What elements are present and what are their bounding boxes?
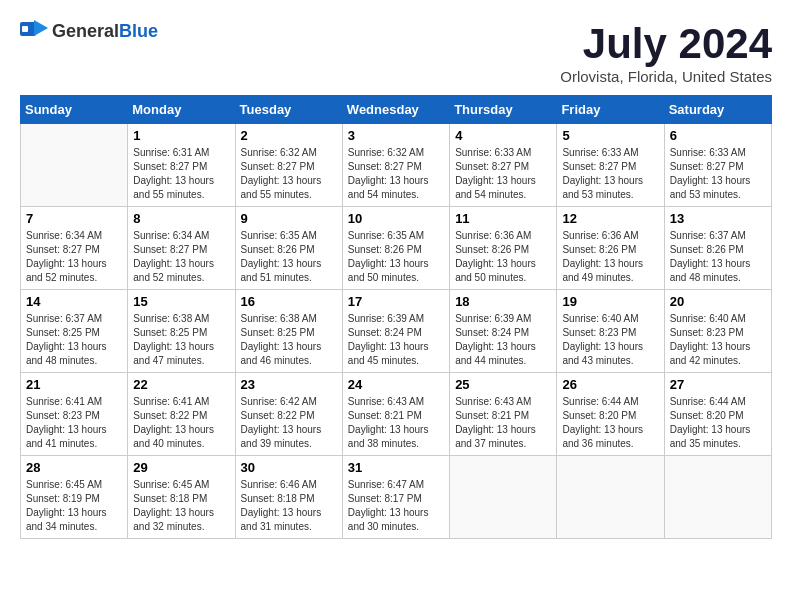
day-info: Sunrise: 6:34 AM Sunset: 8:27 PM Dayligh… <box>133 229 229 285</box>
day-info: Sunrise: 6:36 AM Sunset: 8:26 PM Dayligh… <box>562 229 658 285</box>
calendar-cell: 29Sunrise: 6:45 AM Sunset: 8:18 PM Dayli… <box>128 456 235 539</box>
calendar-cell: 13Sunrise: 6:37 AM Sunset: 8:26 PM Dayli… <box>664 207 771 290</box>
calendar-cell: 7Sunrise: 6:34 AM Sunset: 8:27 PM Daylig… <box>21 207 128 290</box>
day-number: 8 <box>133 211 229 226</box>
day-number: 27 <box>670 377 766 392</box>
logo-general: General <box>52 21 119 41</box>
calendar-cell: 12Sunrise: 6:36 AM Sunset: 8:26 PM Dayli… <box>557 207 664 290</box>
calendar-cell <box>557 456 664 539</box>
day-number: 1 <box>133 128 229 143</box>
day-info: Sunrise: 6:33 AM Sunset: 8:27 PM Dayligh… <box>455 146 551 202</box>
calendar-cell: 19Sunrise: 6:40 AM Sunset: 8:23 PM Dayli… <box>557 290 664 373</box>
weekday-header-thursday: Thursday <box>450 96 557 124</box>
day-number: 12 <box>562 211 658 226</box>
day-number: 30 <box>241 460 337 475</box>
calendar-cell: 31Sunrise: 6:47 AM Sunset: 8:17 PM Dayli… <box>342 456 449 539</box>
day-info: Sunrise: 6:40 AM Sunset: 8:23 PM Dayligh… <box>670 312 766 368</box>
day-info: Sunrise: 6:33 AM Sunset: 8:27 PM Dayligh… <box>562 146 658 202</box>
day-number: 28 <box>26 460 122 475</box>
day-info: Sunrise: 6:37 AM Sunset: 8:26 PM Dayligh… <box>670 229 766 285</box>
day-number: 20 <box>670 294 766 309</box>
calendar-cell: 1Sunrise: 6:31 AM Sunset: 8:27 PM Daylig… <box>128 124 235 207</box>
day-number: 10 <box>348 211 444 226</box>
day-info: Sunrise: 6:40 AM Sunset: 8:23 PM Dayligh… <box>562 312 658 368</box>
day-info: Sunrise: 6:34 AM Sunset: 8:27 PM Dayligh… <box>26 229 122 285</box>
day-info: Sunrise: 6:32 AM Sunset: 8:27 PM Dayligh… <box>348 146 444 202</box>
day-info: Sunrise: 6:35 AM Sunset: 8:26 PM Dayligh… <box>241 229 337 285</box>
day-number: 3 <box>348 128 444 143</box>
day-number: 5 <box>562 128 658 143</box>
day-number: 6 <box>670 128 766 143</box>
calendar-cell: 14Sunrise: 6:37 AM Sunset: 8:25 PM Dayli… <box>21 290 128 373</box>
day-info: Sunrise: 6:39 AM Sunset: 8:24 PM Dayligh… <box>348 312 444 368</box>
day-number: 4 <box>455 128 551 143</box>
weekday-header-wednesday: Wednesday <box>342 96 449 124</box>
weekday-header-sunday: Sunday <box>21 96 128 124</box>
logo-blue: Blue <box>119 21 158 41</box>
day-info: Sunrise: 6:31 AM Sunset: 8:27 PM Dayligh… <box>133 146 229 202</box>
day-number: 25 <box>455 377 551 392</box>
day-number: 21 <box>26 377 122 392</box>
calendar-cell: 4Sunrise: 6:33 AM Sunset: 8:27 PM Daylig… <box>450 124 557 207</box>
day-info: Sunrise: 6:37 AM Sunset: 8:25 PM Dayligh… <box>26 312 122 368</box>
day-info: Sunrise: 6:46 AM Sunset: 8:18 PM Dayligh… <box>241 478 337 534</box>
day-info: Sunrise: 6:47 AM Sunset: 8:17 PM Dayligh… <box>348 478 444 534</box>
calendar-cell: 2Sunrise: 6:32 AM Sunset: 8:27 PM Daylig… <box>235 124 342 207</box>
day-number: 14 <box>26 294 122 309</box>
page-subtitle: Orlovista, Florida, United States <box>560 68 772 85</box>
day-number: 13 <box>670 211 766 226</box>
calendar-table: SundayMondayTuesdayWednesdayThursdayFrid… <box>20 95 772 539</box>
weekday-header-friday: Friday <box>557 96 664 124</box>
calendar-cell: 15Sunrise: 6:38 AM Sunset: 8:25 PM Dayli… <box>128 290 235 373</box>
day-number: 18 <box>455 294 551 309</box>
page-header: GeneralBlue July 2024 Orlovista, Florida… <box>20 20 772 85</box>
calendar-cell <box>664 456 771 539</box>
day-info: Sunrise: 6:44 AM Sunset: 8:20 PM Dayligh… <box>562 395 658 451</box>
calendar-cell: 10Sunrise: 6:35 AM Sunset: 8:26 PM Dayli… <box>342 207 449 290</box>
day-info: Sunrise: 6:36 AM Sunset: 8:26 PM Dayligh… <box>455 229 551 285</box>
calendar-cell: 27Sunrise: 6:44 AM Sunset: 8:20 PM Dayli… <box>664 373 771 456</box>
day-info: Sunrise: 6:35 AM Sunset: 8:26 PM Dayligh… <box>348 229 444 285</box>
calendar-cell: 9Sunrise: 6:35 AM Sunset: 8:26 PM Daylig… <box>235 207 342 290</box>
day-number: 24 <box>348 377 444 392</box>
day-number: 29 <box>133 460 229 475</box>
calendar-cell: 5Sunrise: 6:33 AM Sunset: 8:27 PM Daylig… <box>557 124 664 207</box>
day-info: Sunrise: 6:33 AM Sunset: 8:27 PM Dayligh… <box>670 146 766 202</box>
day-info: Sunrise: 6:45 AM Sunset: 8:19 PM Dayligh… <box>26 478 122 534</box>
day-number: 22 <box>133 377 229 392</box>
day-info: Sunrise: 6:43 AM Sunset: 8:21 PM Dayligh… <box>348 395 444 451</box>
logo-icon <box>20 20 48 42</box>
day-number: 9 <box>241 211 337 226</box>
calendar-cell: 24Sunrise: 6:43 AM Sunset: 8:21 PM Dayli… <box>342 373 449 456</box>
day-number: 15 <box>133 294 229 309</box>
day-number: 7 <box>26 211 122 226</box>
calendar-cell: 30Sunrise: 6:46 AM Sunset: 8:18 PM Dayli… <box>235 456 342 539</box>
calendar-cell: 26Sunrise: 6:44 AM Sunset: 8:20 PM Dayli… <box>557 373 664 456</box>
day-info: Sunrise: 6:39 AM Sunset: 8:24 PM Dayligh… <box>455 312 551 368</box>
day-number: 11 <box>455 211 551 226</box>
svg-marker-1 <box>34 20 48 36</box>
day-info: Sunrise: 6:41 AM Sunset: 8:22 PM Dayligh… <box>133 395 229 451</box>
day-info: Sunrise: 6:38 AM Sunset: 8:25 PM Dayligh… <box>241 312 337 368</box>
weekday-header-tuesday: Tuesday <box>235 96 342 124</box>
calendar-cell <box>450 456 557 539</box>
title-area: July 2024 Orlovista, Florida, United Sta… <box>560 20 772 85</box>
day-info: Sunrise: 6:42 AM Sunset: 8:22 PM Dayligh… <box>241 395 337 451</box>
calendar-cell: 23Sunrise: 6:42 AM Sunset: 8:22 PM Dayli… <box>235 373 342 456</box>
day-number: 17 <box>348 294 444 309</box>
calendar-cell: 25Sunrise: 6:43 AM Sunset: 8:21 PM Dayli… <box>450 373 557 456</box>
calendar-cell: 16Sunrise: 6:38 AM Sunset: 8:25 PM Dayli… <box>235 290 342 373</box>
calendar-cell: 28Sunrise: 6:45 AM Sunset: 8:19 PM Dayli… <box>21 456 128 539</box>
calendar-cell: 20Sunrise: 6:40 AM Sunset: 8:23 PM Dayli… <box>664 290 771 373</box>
day-number: 23 <box>241 377 337 392</box>
calendar-cell: 17Sunrise: 6:39 AM Sunset: 8:24 PM Dayli… <box>342 290 449 373</box>
weekday-header-monday: Monday <box>128 96 235 124</box>
calendar-cell <box>21 124 128 207</box>
day-info: Sunrise: 6:43 AM Sunset: 8:21 PM Dayligh… <box>455 395 551 451</box>
calendar-cell: 6Sunrise: 6:33 AM Sunset: 8:27 PM Daylig… <box>664 124 771 207</box>
day-info: Sunrise: 6:38 AM Sunset: 8:25 PM Dayligh… <box>133 312 229 368</box>
calendar-cell: 22Sunrise: 6:41 AM Sunset: 8:22 PM Dayli… <box>128 373 235 456</box>
day-number: 26 <box>562 377 658 392</box>
day-number: 2 <box>241 128 337 143</box>
page-title: July 2024 <box>560 20 772 68</box>
